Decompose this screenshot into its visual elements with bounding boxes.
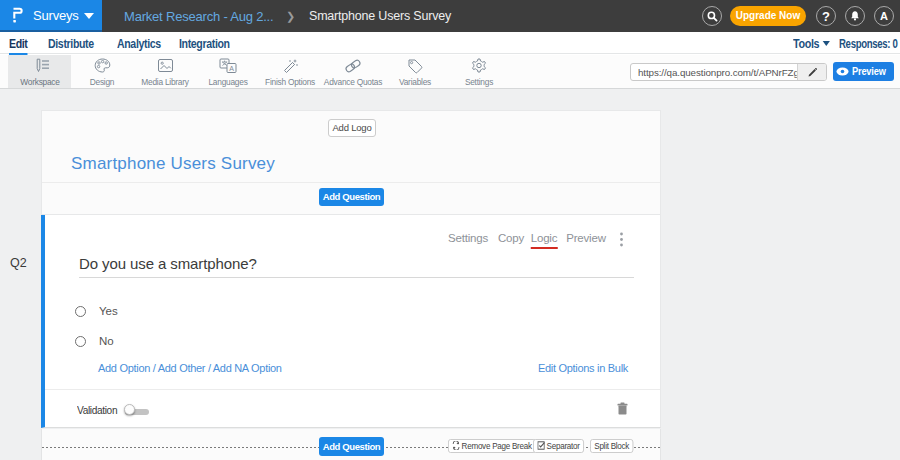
svg-text:A: A [229,65,234,72]
